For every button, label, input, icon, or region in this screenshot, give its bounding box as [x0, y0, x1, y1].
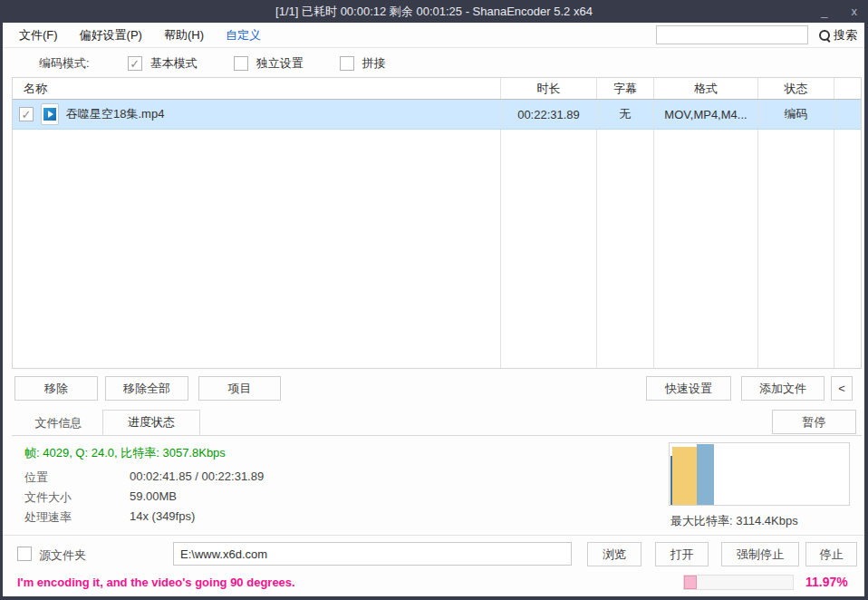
file-size-value: 59.00MB	[130, 489, 177, 506]
add-files-button[interactable]: 添加文件	[741, 376, 825, 401]
table-header: 名称 时长 字幕 格式 状态	[13, 78, 861, 100]
column-header-subtitle[interactable]: 字幕	[597, 78, 654, 99]
tab-bar-divider	[12, 435, 862, 436]
bitrate-bar	[672, 447, 697, 505]
file-size-label: 文件大小	[24, 489, 130, 506]
title-bar[interactable]: [1/1] 已耗时 00:00:12 剩余 00:01:25 - ShanaEn…	[0, 0, 868, 23]
column-header-status[interactable]: 状态	[758, 78, 834, 99]
column-header-name[interactable]: 名称	[13, 78, 501, 99]
file-status: 编码	[758, 100, 834, 129]
encoding-stats: 帧: 4029, Q: 24.0, 比特率: 3057.8Kbps	[24, 445, 226, 461]
status-progress-bar	[683, 575, 794, 590]
app-frame: 文件(F) 偏好设置(P) 帮助(H) 自定义 搜索 编码模式: 基本模式 独立…	[0, 23, 868, 600]
menu-help[interactable]: 帮助(H)	[153, 23, 215, 47]
menu-customize[interactable]: 自定义	[215, 23, 272, 47]
stop-button[interactable]: 停止	[805, 542, 857, 566]
minimize-button[interactable]: _	[817, 5, 831, 18]
video-file-icon	[41, 103, 59, 125]
speed-value: 14x (349fps)	[130, 509, 195, 526]
status-message: I'm encoding it, and the video's going 9…	[17, 576, 295, 589]
menu-bar: 文件(F) 偏好设置(P) 帮助(H) 自定义 搜索	[3, 23, 864, 48]
source-folder-checkbox[interactable]	[17, 547, 32, 561]
close-button[interactable]: x	[848, 5, 862, 18]
search-button-label[interactable]: 搜索	[834, 27, 857, 44]
status-progress-fill	[684, 576, 697, 589]
menu-preferences[interactable]: 偏好设置(P)	[69, 23, 153, 47]
window-title: [1/1] 已耗时 00:00:12 剩余 00:01:25 - ShanaEn…	[275, 4, 593, 20]
tab-progress-status[interactable]: 进度状态	[102, 410, 200, 435]
table-row[interactable]: 吞噬星空18集.mp4 00:22:31.89 无 MOV,MP4,M4... …	[13, 100, 861, 130]
remove-button[interactable]: 移除	[14, 376, 98, 401]
search-input[interactable]	[656, 25, 808, 44]
bitrate-graph	[669, 442, 850, 506]
column-header-format[interactable]: 格式	[654, 78, 758, 99]
encoding-mode-row: 编码模式: 基本模式 独立设置 拼接	[3, 50, 864, 77]
position-label: 位置	[24, 469, 130, 486]
basic-mode-checkbox[interactable]	[128, 56, 142, 71]
bitrate-graph-bars	[670, 443, 849, 505]
basic-mode-label: 基本模式	[150, 55, 198, 72]
table-empty-area	[13, 130, 861, 368]
bitrate-bar	[697, 444, 714, 505]
independent-settings-checkbox[interactable]	[234, 56, 248, 71]
position-row: 位置 00:02:41.85 / 00:22:31.89	[24, 469, 264, 486]
panel-divider	[3, 535, 864, 536]
browse-button[interactable]: 浏览	[587, 542, 641, 566]
collapse-button[interactable]: <	[831, 376, 853, 401]
file-list-table: 名称 时长 字幕 格式 状态 吞噬星空18集.mp4 00:22:31.89 无…	[12, 77, 862, 369]
menu-file[interactable]: 文件(F)	[8, 23, 69, 47]
row-checkbox[interactable]	[19, 107, 34, 121]
quick-settings-button[interactable]: 快速设置	[646, 376, 731, 401]
position-value: 00:02:41.85 / 00:22:31.89	[130, 469, 264, 486]
file-name: 吞噬星空18集.mp4	[66, 106, 164, 122]
source-folder-label: 源文件夹	[39, 547, 86, 564]
file-duration: 00:22:31.89	[501, 100, 597, 129]
concat-label: 拼接	[362, 55, 386, 72]
search-icon[interactable]	[819, 30, 831, 42]
independent-settings-label: 独立设置	[256, 55, 304, 72]
file-size-row: 文件大小 59.00MB	[24, 489, 177, 506]
speed-label: 处理速率	[24, 509, 130, 526]
tab-file-info[interactable]: 文件信息	[14, 411, 102, 436]
shanaencoder-window: [1/1] 已耗时 00:00:12 剩余 00:01:25 - ShanaEn…	[0, 0, 868, 600]
column-header-duration[interactable]: 时长	[501, 78, 597, 99]
column-header-blank	[834, 78, 861, 99]
speed-row: 处理速率 14x (349fps)	[24, 509, 195, 526]
project-button[interactable]: 项目	[198, 376, 281, 401]
output-path-input[interactable]	[173, 542, 572, 566]
encoding-mode-label: 编码模式:	[39, 55, 90, 72]
file-subtitle: 无	[597, 100, 654, 129]
status-percent: 11.97%	[805, 575, 848, 589]
concat-checkbox[interactable]	[340, 56, 354, 71]
force-stop-button[interactable]: 强制停止	[721, 542, 799, 566]
open-button[interactable]: 打开	[655, 542, 709, 566]
file-format: MOV,MP4,M4...	[654, 100, 758, 129]
max-bitrate-label: 最大比特率: 3114.4Kbps	[670, 513, 798, 529]
remove-all-button[interactable]: 移除全部	[105, 376, 188, 401]
pause-button[interactable]: 暂停	[772, 410, 856, 434]
